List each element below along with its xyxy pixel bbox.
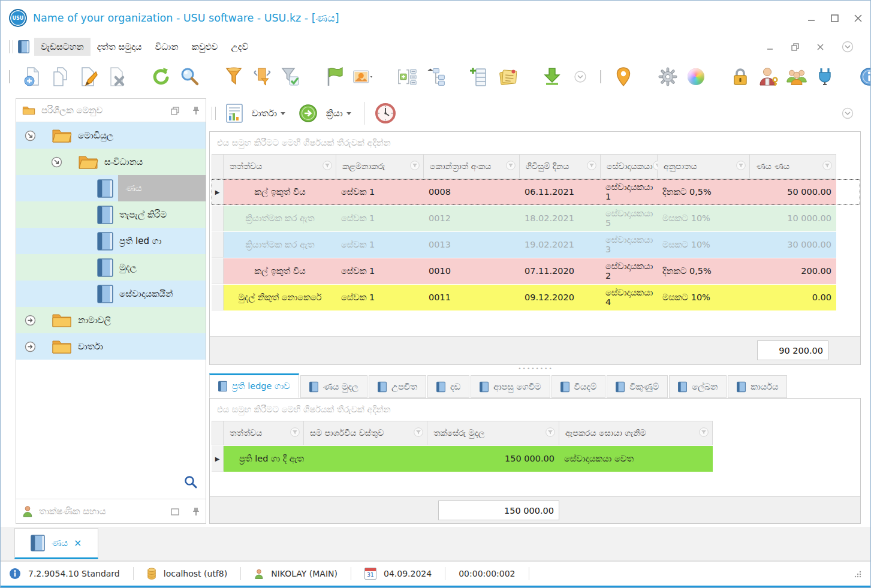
toolbar-grip[interactable] [212, 107, 216, 120]
tree-item-clients[interactable]: සේවාදායකයින් [16, 281, 206, 307]
column-header-status[interactable]: තත්ත්වය [224, 154, 336, 179]
close-button[interactable] [854, 13, 862, 23]
tab-expenses[interactable]: වියදම් [551, 375, 606, 398]
table-row[interactable]: ක්‍රියාත්මක කර ඇත සේවක 1 0012 18.02.2021… [212, 206, 860, 231]
column-header-status[interactable]: තත්ත්වය [224, 421, 304, 445]
toolbar-grip[interactable] [9, 70, 10, 83]
menu-item-commands[interactable]: විධාන [148, 38, 185, 56]
column-header-rate[interactable]: අනුපාතය [658, 154, 750, 179]
collapse-node-icon[interactable] [51, 156, 62, 168]
edit-record-icon[interactable] [78, 66, 100, 88]
toolbar-grip[interactable] [600, 70, 601, 83]
expand-rows-icon[interactable] [396, 66, 418, 88]
menu-item-database[interactable]: දත්ත සමුදාය [91, 38, 149, 56]
tab-sales[interactable]: විකුණුම් [607, 375, 668, 398]
filter-column-icon[interactable] [251, 66, 273, 88]
float-panel-icon[interactable] [171, 506, 179, 517]
mdi-close-button[interactable] [817, 41, 824, 52]
filter-funnel-icon[interactable] [506, 161, 516, 172]
filter-icon[interactable] [223, 66, 245, 88]
table-row[interactable]: ▶ ප්‍රති led ගා දී ඇත 150 000.00 සේවාදාය… [212, 446, 860, 472]
column-header-date[interactable]: ගිවිසුම් දිනය [520, 154, 601, 179]
filter-funnel-icon[interactable] [822, 161, 832, 172]
table-row[interactable]: ක්‍රියාත්මක කර ඇත සේවක 1 0013 19.02.2021… [212, 232, 860, 258]
tree-item-mailing[interactable]: තැපැල් කිරිම [16, 201, 206, 228]
scheduler-clock-icon[interactable] [375, 102, 396, 124]
search-icon[interactable] [179, 66, 200, 88]
tab-tasks[interactable]: කාර්යය [728, 375, 787, 398]
filter-apply-icon[interactable] [279, 66, 301, 88]
column-header-collateral-object[interactable]: සම පාර්ශවීය වස්තුව [304, 421, 427, 445]
users-group-icon[interactable] [786, 66, 807, 88]
appearance-sphere-icon[interactable] [685, 66, 707, 88]
maximize-button[interactable] [831, 13, 839, 23]
expand-node-icon[interactable] [25, 315, 36, 326]
tree-search-icon[interactable] [184, 475, 197, 489]
filter-funnel-icon[interactable] [699, 427, 709, 439]
tab-accrued[interactable]: උපචිත [369, 375, 426, 398]
tree-structure-icon[interactable] [424, 66, 446, 88]
lock-icon[interactable] [730, 66, 751, 88]
mdi-minimize-button[interactable] [767, 41, 773, 52]
float-panel-icon[interactable] [171, 105, 179, 116]
filter-funnel-icon[interactable] [587, 161, 596, 172]
filter-funnel-icon[interactable] [323, 161, 332, 172]
filter-funnel-icon[interactable] [290, 427, 300, 439]
user-permissions-icon[interactable] [758, 66, 779, 88]
tree-item-organization[interactable]: සංවිධානය [16, 149, 206, 175]
add-column-icon[interactable] [469, 66, 490, 88]
menu-chevron-icon[interactable] [842, 41, 854, 53]
tree-item-loans[interactable]: ණය [16, 175, 206, 201]
delete-record-icon[interactable] [106, 66, 128, 88]
tree-item-pledges[interactable]: ප්‍රති led ගා [16, 228, 206, 254]
pin-icon[interactable] [192, 105, 200, 116]
image-icon[interactable] [352, 66, 373, 88]
notes-icon[interactable] [497, 66, 519, 88]
column-header-manager[interactable]: කළමනාකරු [336, 154, 424, 179]
settings-gear-icon[interactable] [657, 66, 679, 88]
column-header-amount[interactable]: ණය ණය [750, 154, 836, 179]
table-row[interactable]: කල් ඉකුත් විය සේවක 1 0010 07.11.2020 සේව… [212, 258, 860, 284]
pin-icon[interactable] [192, 506, 200, 517]
column-header-contract[interactable]: කොන්ත්‍රාත් අංකය [424, 154, 520, 179]
tree-item-money[interactable]: මුදල [16, 254, 206, 281]
column-header-collateral-location[interactable]: ඇපකරය සොයා ගැනීම [559, 421, 713, 445]
tab-fines[interactable]: දඩ [427, 375, 469, 398]
tab-repayments[interactable]: ආපසු ගෙවීම [471, 375, 550, 398]
tab-pledges[interactable]: ප්‍රති ledge ගාව [209, 373, 299, 398]
resize-grip-icon[interactable] [854, 569, 862, 578]
copy-record-icon[interactable] [50, 66, 71, 88]
table-row[interactable]: මුදල් නිකුත් නොකෙරේ සේවක 1 0011 09.12.20… [212, 285, 860, 310]
tech-support-panel[interactable]: තාක්ෂණික සහාය [16, 499, 206, 523]
open-document-tab-loans[interactable]: ණය ✕ [14, 528, 98, 559]
column-header-appraised-amount[interactable]: තක්සේරු මුදල [427, 421, 559, 445]
filter-funnel-icon[interactable] [545, 427, 555, 439]
collapse-node-icon[interactable] [25, 130, 36, 141]
tree-item-modules[interactable]: මොඩියුල [16, 122, 206, 149]
column-header-client[interactable]: සේවාදායකයා [601, 154, 658, 179]
close-document-icon[interactable]: ✕ [74, 538, 82, 549]
table-row[interactable]: ▶ කල් ඉකුත් විය සේවක 1 0008 06.11.2021 ස… [212, 179, 860, 205]
location-pin-icon[interactable] [613, 66, 634, 88]
minimize-button[interactable] [807, 13, 815, 23]
filter-funnel-icon[interactable] [736, 161, 746, 172]
refresh-icon[interactable] [150, 66, 172, 88]
toolbar-chevron-icon[interactable] [569, 66, 591, 88]
menu-item-program[interactable]: වැඩසටහන [34, 38, 91, 56]
mdi-restore-button[interactable] [791, 41, 799, 52]
tree-item-directories[interactable]: නාමාවලි [16, 307, 206, 333]
export-icon[interactable] [541, 66, 563, 88]
add-record-icon[interactable] [22, 66, 43, 88]
tree-item-reports[interactable]: වාර්තා [16, 333, 206, 360]
filter-funnel-icon[interactable] [410, 161, 420, 172]
panel-splitter[interactable]: •••••••• [209, 365, 862, 373]
filter-funnel-icon[interactable] [414, 427, 423, 439]
info-icon[interactable] [858, 66, 871, 88]
plugin-icon[interactable] [814, 66, 836, 88]
tab-loan-money[interactable]: ණය මුදල [300, 375, 367, 398]
tab-documents[interactable]: ලේඛන [669, 375, 727, 398]
actions-dropdown-button[interactable]: ක්‍රියා [323, 105, 355, 121]
record-toolbar-chevron-icon[interactable] [842, 107, 854, 119]
flag-icon[interactable] [324, 66, 345, 88]
menu-item-window[interactable]: කවුළුව [185, 38, 224, 56]
